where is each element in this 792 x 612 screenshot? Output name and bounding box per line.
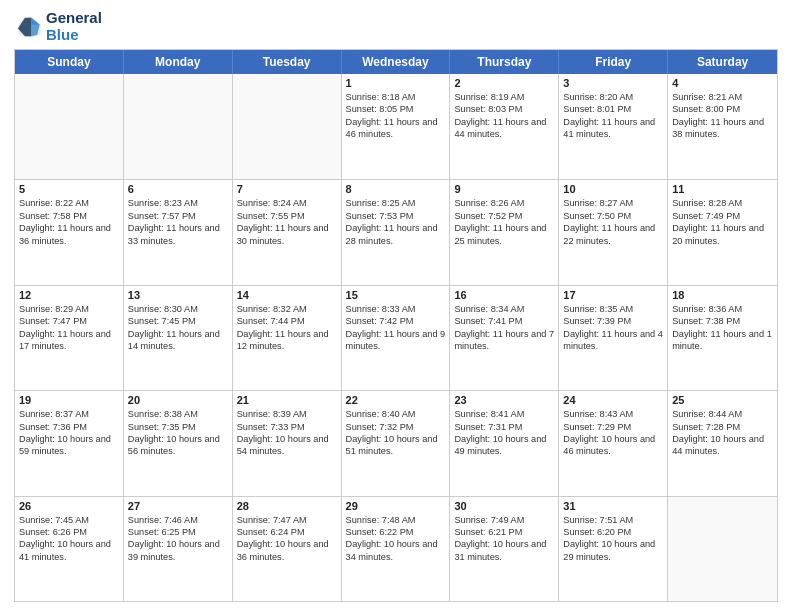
sunrise-line: Sunrise: 8:21 AM bbox=[672, 91, 773, 103]
day-number: 20 bbox=[128, 394, 228, 406]
calendar-cell: 23 Sunrise: 8:41 AM Sunset: 7:31 PM Dayl… bbox=[450, 391, 559, 495]
sunset-line: Sunset: 6:26 PM bbox=[19, 526, 119, 538]
sunrise-line: Sunrise: 8:26 AM bbox=[454, 197, 554, 209]
sunset-line: Sunset: 7:53 PM bbox=[346, 210, 446, 222]
day-number: 24 bbox=[563, 394, 663, 406]
calendar-header-cell: Wednesday bbox=[342, 50, 451, 74]
day-number: 5 bbox=[19, 183, 119, 195]
calendar-cell: 2 Sunrise: 8:19 AM Sunset: 8:03 PM Dayli… bbox=[450, 74, 559, 179]
calendar-row: 26 Sunrise: 7:45 AM Sunset: 6:26 PM Dayl… bbox=[15, 496, 777, 601]
day-number: 10 bbox=[563, 183, 663, 195]
sunset-line: Sunset: 7:33 PM bbox=[237, 421, 337, 433]
day-number: 15 bbox=[346, 289, 446, 301]
sunset-line: Sunset: 7:28 PM bbox=[672, 421, 773, 433]
daylight-line: Daylight: 10 hours and 36 minutes. bbox=[237, 538, 337, 563]
calendar-cell: 28 Sunrise: 7:47 AM Sunset: 6:24 PM Dayl… bbox=[233, 497, 342, 601]
day-number: 4 bbox=[672, 77, 773, 89]
calendar-cell: 11 Sunrise: 8:28 AM Sunset: 7:49 PM Dayl… bbox=[668, 180, 777, 284]
daylight-line: Daylight: 11 hours and 7 minutes. bbox=[454, 328, 554, 353]
sunrise-line: Sunrise: 8:27 AM bbox=[563, 197, 663, 209]
calendar-row: 19 Sunrise: 8:37 AM Sunset: 7:36 PM Dayl… bbox=[15, 390, 777, 495]
calendar-header-cell: Monday bbox=[124, 50, 233, 74]
sunset-line: Sunset: 7:49 PM bbox=[672, 210, 773, 222]
sunrise-line: Sunrise: 8:40 AM bbox=[346, 408, 446, 420]
daylight-line: Daylight: 11 hours and 1 minute. bbox=[672, 328, 773, 353]
sunset-line: Sunset: 7:32 PM bbox=[346, 421, 446, 433]
sunrise-line: Sunrise: 8:28 AM bbox=[672, 197, 773, 209]
day-number: 28 bbox=[237, 500, 337, 512]
daylight-line: Daylight: 10 hours and 31 minutes. bbox=[454, 538, 554, 563]
daylight-line: Daylight: 11 hours and 36 minutes. bbox=[19, 222, 119, 247]
logo: General Blue bbox=[14, 10, 102, 43]
sunset-line: Sunset: 7:52 PM bbox=[454, 210, 554, 222]
sunset-line: Sunset: 7:29 PM bbox=[563, 421, 663, 433]
daylight-line: Daylight: 10 hours and 39 minutes. bbox=[128, 538, 228, 563]
sunrise-line: Sunrise: 8:38 AM bbox=[128, 408, 228, 420]
sunrise-line: Sunrise: 8:35 AM bbox=[563, 303, 663, 315]
day-number: 6 bbox=[128, 183, 228, 195]
sunset-line: Sunset: 7:47 PM bbox=[19, 315, 119, 327]
sunrise-line: Sunrise: 8:37 AM bbox=[19, 408, 119, 420]
calendar-row: 12 Sunrise: 8:29 AM Sunset: 7:47 PM Dayl… bbox=[15, 285, 777, 390]
sunset-line: Sunset: 6:24 PM bbox=[237, 526, 337, 538]
calendar-header-cell: Tuesday bbox=[233, 50, 342, 74]
logo-icon bbox=[14, 13, 42, 41]
calendar-cell: 31 Sunrise: 7:51 AM Sunset: 6:20 PM Dayl… bbox=[559, 497, 668, 601]
calendar-cell: 30 Sunrise: 7:49 AM Sunset: 6:21 PM Dayl… bbox=[450, 497, 559, 601]
calendar-cell: 7 Sunrise: 8:24 AM Sunset: 7:55 PM Dayli… bbox=[233, 180, 342, 284]
daylight-line: Daylight: 11 hours and 4 minutes. bbox=[563, 328, 663, 353]
sunset-line: Sunset: 7:45 PM bbox=[128, 315, 228, 327]
sunset-line: Sunset: 7:41 PM bbox=[454, 315, 554, 327]
sunrise-line: Sunrise: 8:25 AM bbox=[346, 197, 446, 209]
day-number: 29 bbox=[346, 500, 446, 512]
daylight-line: Daylight: 11 hours and 30 minutes. bbox=[237, 222, 337, 247]
daylight-line: Daylight: 10 hours and 59 minutes. bbox=[19, 433, 119, 458]
daylight-line: Daylight: 11 hours and 22 minutes. bbox=[563, 222, 663, 247]
calendar-cell: 21 Sunrise: 8:39 AM Sunset: 7:33 PM Dayl… bbox=[233, 391, 342, 495]
daylight-line: Daylight: 10 hours and 51 minutes. bbox=[346, 433, 446, 458]
sunrise-line: Sunrise: 8:34 AM bbox=[454, 303, 554, 315]
day-number: 21 bbox=[237, 394, 337, 406]
sunset-line: Sunset: 7:44 PM bbox=[237, 315, 337, 327]
calendar-cell: 6 Sunrise: 8:23 AM Sunset: 7:57 PM Dayli… bbox=[124, 180, 233, 284]
day-number: 25 bbox=[672, 394, 773, 406]
sunset-line: Sunset: 7:35 PM bbox=[128, 421, 228, 433]
day-number: 23 bbox=[454, 394, 554, 406]
daylight-line: Daylight: 11 hours and 41 minutes. bbox=[563, 116, 663, 141]
sunrise-line: Sunrise: 8:39 AM bbox=[237, 408, 337, 420]
day-number: 14 bbox=[237, 289, 337, 301]
sunset-line: Sunset: 8:01 PM bbox=[563, 103, 663, 115]
sunset-line: Sunset: 6:21 PM bbox=[454, 526, 554, 538]
logo-text: General Blue bbox=[46, 10, 102, 43]
sunrise-line: Sunrise: 8:19 AM bbox=[454, 91, 554, 103]
sunset-line: Sunset: 6:20 PM bbox=[563, 526, 663, 538]
calendar-header-row: SundayMondayTuesdayWednesdayThursdayFrid… bbox=[15, 50, 777, 74]
daylight-line: Daylight: 10 hours and 34 minutes. bbox=[346, 538, 446, 563]
daylight-line: Daylight: 11 hours and 20 minutes. bbox=[672, 222, 773, 247]
sunset-line: Sunset: 7:39 PM bbox=[563, 315, 663, 327]
daylight-line: Daylight: 11 hours and 17 minutes. bbox=[19, 328, 119, 353]
day-number: 11 bbox=[672, 183, 773, 195]
calendar-cell: 16 Sunrise: 8:34 AM Sunset: 7:41 PM Dayl… bbox=[450, 286, 559, 390]
sunset-line: Sunset: 7:55 PM bbox=[237, 210, 337, 222]
sunset-line: Sunset: 7:57 PM bbox=[128, 210, 228, 222]
page: General Blue SundayMondayTuesdayWednesda… bbox=[0, 0, 792, 612]
daylight-line: Daylight: 11 hours and 12 minutes. bbox=[237, 328, 337, 353]
sunrise-line: Sunrise: 8:36 AM bbox=[672, 303, 773, 315]
day-number: 9 bbox=[454, 183, 554, 195]
sunset-line: Sunset: 7:58 PM bbox=[19, 210, 119, 222]
day-number: 31 bbox=[563, 500, 663, 512]
calendar-header-cell: Saturday bbox=[668, 50, 777, 74]
day-number: 1 bbox=[346, 77, 446, 89]
calendar-cell: 1 Sunrise: 8:18 AM Sunset: 8:05 PM Dayli… bbox=[342, 74, 451, 179]
calendar-cell: 19 Sunrise: 8:37 AM Sunset: 7:36 PM Dayl… bbox=[15, 391, 124, 495]
sunrise-line: Sunrise: 7:47 AM bbox=[237, 514, 337, 526]
calendar-cell: 10 Sunrise: 8:27 AM Sunset: 7:50 PM Dayl… bbox=[559, 180, 668, 284]
calendar-header-cell: Thursday bbox=[450, 50, 559, 74]
sunrise-line: Sunrise: 8:29 AM bbox=[19, 303, 119, 315]
day-number: 16 bbox=[454, 289, 554, 301]
day-number: 22 bbox=[346, 394, 446, 406]
daylight-line: Daylight: 10 hours and 56 minutes. bbox=[128, 433, 228, 458]
sunset-line: Sunset: 8:05 PM bbox=[346, 103, 446, 115]
day-number: 8 bbox=[346, 183, 446, 195]
